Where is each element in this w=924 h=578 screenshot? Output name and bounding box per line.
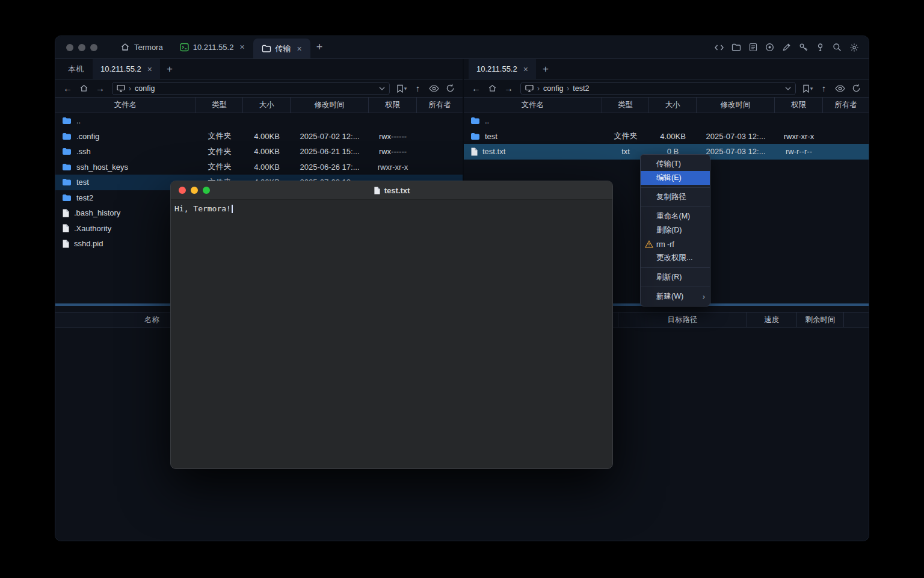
show-hidden-button[interactable]	[833, 81, 848, 96]
column-type[interactable]: 类型	[196, 98, 243, 113]
close-icon[interactable]: ×	[297, 45, 302, 53]
menu-item-refresh[interactable]: 刷新(R)	[641, 270, 710, 284]
menu-item-transfer[interactable]: 传输(T)	[641, 157, 710, 171]
new-tab-button[interactable]: +	[310, 36, 329, 58]
breadcrumb-separator: ›	[537, 84, 540, 93]
edit-icon[interactable]	[781, 42, 792, 52]
column-remaining-time[interactable]: 剩余时间	[797, 312, 844, 327]
file-name: test	[76, 178, 89, 187]
back-button[interactable]: ←	[60, 81, 75, 96]
code-icon[interactable]	[714, 42, 724, 52]
close-icon[interactable]: ×	[147, 65, 152, 73]
refresh-button[interactable]	[443, 81, 458, 96]
close-icon[interactable]: ×	[239, 43, 244, 51]
settings-icon[interactable]	[849, 42, 859, 52]
back-button[interactable]: ←	[469, 81, 484, 96]
breadcrumb-separator: ›	[129, 84, 131, 93]
path-bar[interactable]: › config	[112, 82, 390, 95]
window-controls	[66, 44, 97, 51]
chevron-down-icon[interactable]	[379, 87, 385, 90]
zoom-window-button[interactable]	[203, 187, 210, 194]
close-icon[interactable]: ×	[523, 65, 528, 73]
tab-local[interactable]: 本机	[60, 59, 91, 79]
folder-icon	[62, 132, 72, 140]
column-size[interactable]: 大小	[649, 98, 697, 113]
close-window-button[interactable]	[179, 187, 186, 194]
file-row[interactable]: .ssh 文件夹 4.00KB 2025-06-21 15:... rwx---…	[55, 144, 463, 160]
column-filename[interactable]: 文件名	[55, 98, 196, 113]
tab-label: Termora	[134, 43, 163, 52]
menu-separator	[641, 207, 710, 207]
file-row[interactable]: ssh_host_keys 文件夹 4.00KB 2025-06-26 17:.…	[55, 160, 463, 175]
file-row[interactable]: .config 文件夹 4.00KB 2025-07-02 12:... rwx…	[55, 129, 463, 144]
file-icon	[62, 209, 69, 217]
menu-item-new[interactable]: 新建(W) ›	[641, 290, 710, 303]
forward-button[interactable]: →	[501, 81, 516, 96]
menu-label: 新建(W)	[656, 291, 683, 302]
tab-label: 10.211.55.2	[476, 64, 517, 73]
new-tab-button[interactable]: +	[161, 63, 178, 75]
file-size: 4.00KB	[243, 132, 291, 141]
tab-remote-host[interactable]: 10.211.55.2 ×	[93, 59, 160, 79]
tab-remote-host[interactable]: 10.211.55.2 ×	[469, 59, 536, 79]
close-window-button[interactable]	[66, 44, 73, 51]
folder-icon[interactable]	[731, 42, 741, 52]
menu-item-rm-rf[interactable]: rm -rf	[641, 237, 710, 251]
column-permissions[interactable]: 权限	[369, 98, 417, 113]
path-bar[interactable]: › config › test2	[520, 82, 796, 95]
menu-separator	[641, 187, 710, 188]
column-target-path[interactable]: 目标路径	[618, 312, 747, 327]
file-row[interactable]: ..	[55, 113, 463, 129]
home-button[interactable]	[76, 81, 91, 96]
column-size[interactable]: 大小	[243, 98, 291, 113]
file-name: .config	[76, 132, 99, 141]
path-segment[interactable]: test2	[573, 84, 589, 93]
column-permissions[interactable]: 权限	[775, 98, 823, 113]
forward-button[interactable]: →	[93, 81, 108, 96]
log-icon[interactable]	[748, 42, 758, 52]
tab-transfer[interactable]: 传输 ×	[253, 39, 310, 58]
chevron-down-icon[interactable]	[785, 87, 791, 90]
editor-text: Hi, Termora!	[174, 204, 231, 213]
menu-item-copy-path[interactable]: 复制路径	[641, 190, 710, 204]
search-icon[interactable]	[832, 42, 842, 52]
record-icon[interactable]	[765, 42, 775, 52]
show-hidden-button[interactable]	[427, 81, 442, 96]
column-owner[interactable]: 所有者	[417, 98, 463, 113]
path-segment[interactable]: config	[135, 84, 155, 93]
column-filename[interactable]: 文件名	[464, 98, 602, 113]
column-owner[interactable]: 所有者	[823, 98, 869, 113]
menu-item-rename[interactable]: 重命名(M)	[641, 210, 710, 223]
column-modified[interactable]: 修改时间	[291, 98, 369, 113]
home-button[interactable]	[485, 81, 500, 96]
tab-termora[interactable]: Termora	[112, 36, 171, 58]
file-row[interactable]: test 文件夹 4.00KB 2025-07-03 12:... rwxr-x…	[464, 129, 869, 144]
folder-icon	[62, 117, 72, 125]
menu-item-delete[interactable]: 删除(D)	[641, 223, 710, 237]
bookmark-button[interactable]: ▾	[394, 81, 409, 96]
up-button[interactable]: ↑	[410, 81, 425, 96]
keychain-icon[interactable]	[815, 42, 825, 52]
computer-icon	[525, 84, 534, 92]
file-modified: 2025-06-21 15:...	[291, 147, 369, 156]
minimize-window-button[interactable]	[78, 44, 85, 51]
refresh-button[interactable]	[849, 81, 864, 96]
minimize-window-button[interactable]	[191, 187, 198, 194]
column-speed[interactable]: 速度	[747, 312, 797, 327]
up-button[interactable]: ↑	[816, 81, 831, 96]
menu-item-change-permissions[interactable]: 更改权限...	[641, 251, 710, 265]
column-modified[interactable]: 修改时间	[697, 98, 775, 113]
column-type[interactable]: 类型	[602, 98, 649, 113]
file-permissions: rwxr-xr-x	[775, 132, 823, 141]
file-row[interactable]: ..	[464, 113, 869, 129]
bookmark-button[interactable]: ▾	[800, 81, 815, 96]
key-icon[interactable]	[798, 42, 808, 52]
zoom-window-button[interactable]	[90, 44, 97, 51]
tab-ssh-host[interactable]: 10.211.55.2 ×	[171, 36, 253, 58]
path-segment[interactable]: config	[543, 84, 563, 93]
menu-item-edit[interactable]: 编辑(E)	[641, 171, 710, 185]
file-permissions: rwxr-xr-x	[369, 163, 417, 172]
editor-content[interactable]: Hi, Termora!	[171, 200, 612, 468]
new-tab-button[interactable]: +	[537, 63, 554, 75]
left-panel-tabs: 本机 10.211.55.2 × +	[55, 59, 463, 79]
